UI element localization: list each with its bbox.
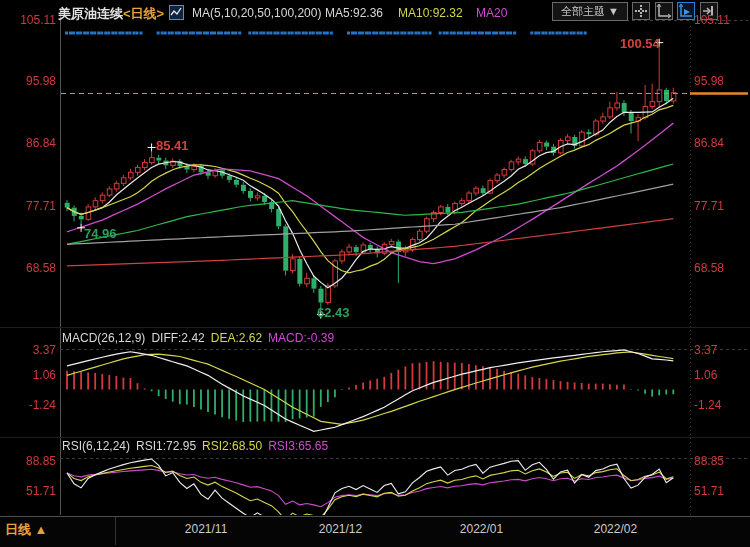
price-annotation: 100.54	[620, 36, 660, 51]
ma5-value-label: MA5:92.36	[325, 6, 383, 20]
instrument-name: 美原油连续	[58, 6, 123, 21]
macd-dea-value: DEA:2.62	[211, 331, 262, 345]
y-axis-label: 95.98	[694, 74, 724, 88]
y-axis-label: 77.71	[2, 199, 56, 213]
ma10-value-label: MA10:92.32	[398, 6, 463, 20]
ma-settings-label: MA(5,10,20,50,100,200)	[192, 6, 321, 20]
axis-scale-button[interactable]	[655, 2, 673, 20]
y-axis-label: 1.06	[694, 368, 717, 382]
y-axis-label: 86.84	[694, 136, 724, 150]
y-axis-label: 51.71	[2, 484, 56, 498]
price-annotation: 85.41	[156, 138, 189, 153]
y-axis-label: 88.85	[2, 454, 56, 468]
y-axis-label: 3.37	[2, 343, 56, 357]
macd-hist-value: MACD:-0.39	[268, 331, 334, 345]
y-axis-label: 105.11	[2, 13, 56, 27]
instrument-title: 美原油连续<日线>	[58, 5, 164, 23]
price-annotation: 62.43	[317, 305, 350, 320]
theme-dropdown-button[interactable]: 全部主题 ▼	[552, 2, 628, 21]
y-axis-label: -1.24	[694, 398, 721, 412]
crosshair-tool-button[interactable]	[632, 2, 650, 20]
y-axis-label: 105.11	[694, 13, 730, 27]
macd-pane-header: MACD(26,12,9)DIFF:2.42DEA:2.62MACD:-0.39	[62, 331, 340, 345]
bottom-bar-separator	[115, 517, 116, 545]
y-axis-label: 95.98	[2, 74, 56, 88]
y-axis-label: 68.58	[694, 261, 724, 275]
x-axis-label: 2022/02	[594, 522, 637, 536]
y-axis-label: -1.24	[2, 398, 56, 412]
bottom-bar	[0, 516, 750, 547]
tab-daily-period[interactable]: 日线 ▲	[5, 521, 47, 539]
price-annotation: 74.96	[84, 226, 117, 241]
y-axis-label: 86.84	[2, 136, 56, 150]
rsi3-value: RSI3:65.65	[268, 439, 328, 453]
chart-canvas[interactable]	[0, 0, 750, 547]
x-axis-label: 2022/01	[460, 522, 503, 536]
rsi-pane-header: RSI(6,12,24)RSI1:72.95RSI2:68.50RSI3:65.…	[62, 439, 334, 453]
period-tag: <日线>	[123, 6, 164, 21]
charting-app-window: 美原油连续<日线> MA(5,10,20,50,100,200) MA5:92.…	[0, 0, 750, 547]
rsi2-value: RSI2:68.50	[202, 439, 262, 453]
mini-chart-icon[interactable]	[169, 5, 184, 24]
rsi1-value: RSI1:72.95	[136, 439, 196, 453]
y-axis-label: 77.71	[694, 199, 724, 213]
axis-scale-right-button-active[interactable]	[677, 2, 695, 20]
y-axis-label: 3.37	[694, 343, 717, 357]
rsi-name: RSI(6,12,24)	[62, 439, 130, 453]
y-axis-label: 1.06	[2, 368, 56, 382]
x-axis-label: 2021/11	[185, 522, 228, 536]
macd-name: MACD(26,12,9)	[62, 331, 145, 345]
ma20-value-label: MA20	[476, 6, 507, 20]
y-axis-label: 88.85	[694, 454, 724, 468]
y-axis-label: 51.71	[694, 484, 724, 498]
macd-diff-value: DIFF:2.42	[151, 331, 204, 345]
y-axis-label: 68.58	[2, 261, 56, 275]
x-axis-label: 2021/12	[319, 522, 362, 536]
